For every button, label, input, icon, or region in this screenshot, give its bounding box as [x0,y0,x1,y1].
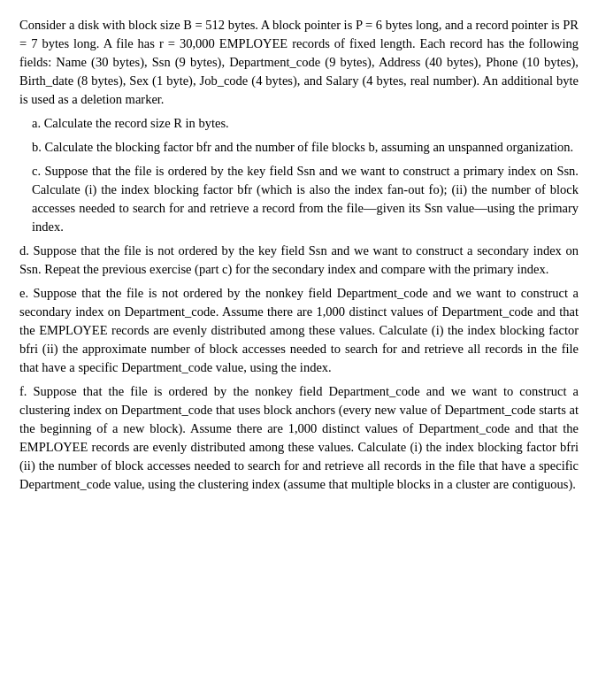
main-content: Consider a disk with block size B = 512 … [19,16,579,494]
part-f: f. Suppose that the file is ordered by t… [19,382,579,494]
part-d: d. Suppose that the file is not ordered … [19,242,579,279]
intro-paragraph: Consider a disk with block size B = 512 … [19,16,579,109]
part-b: b. Calculate the blocking factor bfr and… [19,138,579,157]
part-e: e. Suppose that the file is not ordered … [19,284,579,377]
part-a: a. Calculate the record size R in bytes. [19,114,579,133]
part-c: c. Suppose that the file is ordered by t… [19,162,579,236]
